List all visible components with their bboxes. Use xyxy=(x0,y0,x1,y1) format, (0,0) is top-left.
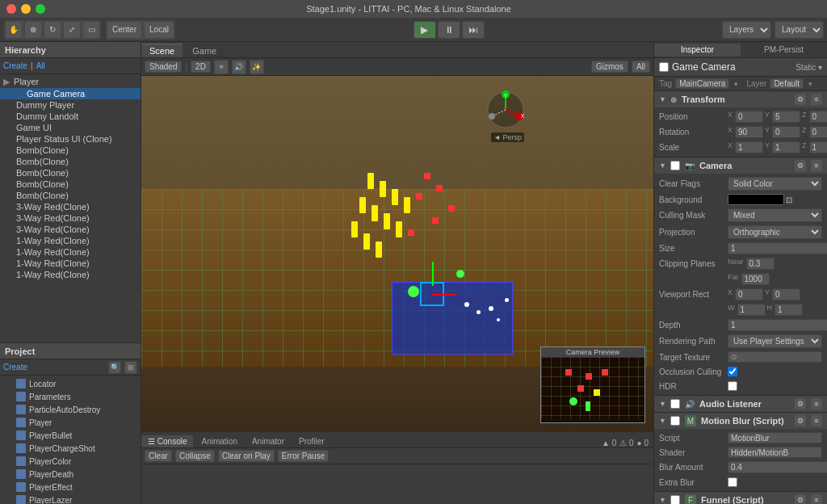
blur-amount-input[interactable] xyxy=(728,461,827,473)
context-menu-icon[interactable]: ≡ xyxy=(811,398,822,410)
2d-button[interactable]: 2D xyxy=(191,61,211,73)
light-toggle[interactable]: ☀ xyxy=(214,60,229,74)
context-menu-icon[interactable]: ≡ xyxy=(811,415,822,426)
tab-animation[interactable]: Animation xyxy=(195,435,243,447)
hierarchy-item-bomb5[interactable]: Bomb(Clone) xyxy=(0,190,141,201)
position-x[interactable] xyxy=(735,111,763,123)
background-color-swatch[interactable] xyxy=(728,194,784,205)
shader-field[interactable]: Hidden/MotionB xyxy=(728,447,822,458)
pause-button[interactable]: ⏸ xyxy=(438,21,460,39)
play-button[interactable]: ▶ xyxy=(414,21,436,39)
project-item-particle[interactable]: ParticleAutoDestroy xyxy=(0,403,141,416)
fx-toggle[interactable]: ✨ xyxy=(250,60,264,74)
position-z[interactable] xyxy=(809,111,827,123)
clear-on-play-button[interactable]: Clear on Play xyxy=(218,450,275,462)
scale-x[interactable] xyxy=(735,141,763,153)
hierarchy-item-1way4[interactable]: 1-Way Red(Clone) xyxy=(0,269,141,280)
maximize-button[interactable] xyxy=(36,4,45,14)
hierarchy-item-player[interactable]: ▶ Player xyxy=(0,76,141,88)
hierarchy-item-bomb3[interactable]: Bomb(Clone) xyxy=(0,167,141,178)
rotation-z[interactable] xyxy=(809,126,827,138)
far-input[interactable] xyxy=(741,273,770,285)
tab-profiler[interactable]: Profiler xyxy=(292,435,331,447)
viewport-w[interactable] xyxy=(737,304,766,316)
context-menu-icon[interactable]: ≡ xyxy=(811,160,822,171)
hand-tool[interactable]: ✋ xyxy=(5,21,23,39)
project-item-locator[interactable]: Locator xyxy=(0,377,141,390)
settings-icon[interactable]: ⚙ xyxy=(795,160,806,171)
clear-button[interactable]: Clear xyxy=(145,450,172,462)
tab-console[interactable]: ☰ Console xyxy=(141,435,193,447)
hierarchy-item-dummy-landolt[interactable]: Dummy Landolt xyxy=(0,111,141,122)
settings-icon[interactable]: ⚙ xyxy=(795,398,806,410)
project-create[interactable]: Create xyxy=(3,363,27,372)
viewport-y[interactable] xyxy=(772,288,800,300)
funnel-header[interactable]: ▼ F Funnel (Script) ⚙ ≡ xyxy=(654,492,827,504)
hierarchy-item-3way1[interactable]: 3-Way Red(Clone) xyxy=(0,201,141,212)
project-item-playerbullet[interactable]: PlayerBullet xyxy=(0,429,141,442)
center-button[interactable]: Center xyxy=(107,21,142,39)
clear-flags-select[interactable]: Solid Color xyxy=(728,177,822,191)
scale-tool[interactable]: ⤢ xyxy=(63,21,81,39)
rotation-y[interactable] xyxy=(772,126,800,138)
project-item-chargeshot[interactable]: PlayerChargeShot xyxy=(0,442,141,455)
target-texture-field[interactable]: ⊙ xyxy=(728,351,822,363)
context-menu-icon[interactable]: ≡ xyxy=(811,494,822,504)
collapse-button[interactable]: Collapse xyxy=(175,450,215,462)
audio-enabled-checkbox[interactable] xyxy=(670,399,680,409)
layer-value[interactable]: Default xyxy=(770,78,804,89)
script-field[interactable]: MotionBlur xyxy=(728,432,822,443)
gizmos-button[interactable]: Gizmos xyxy=(591,61,628,73)
static-badge[interactable]: Static ▾ xyxy=(796,63,822,72)
hierarchy-item-dummy-player[interactable]: Dummy Player xyxy=(0,99,141,111)
hierarchy-item-3way2[interactable]: 3-Way Red(Clone) xyxy=(0,212,141,224)
color-picker-icon[interactable]: ⊡ xyxy=(786,195,796,204)
hdr-checkbox[interactable] xyxy=(728,381,737,391)
camera-header[interactable]: ▼ 📷 Camera ⚙ ≡ xyxy=(654,158,827,174)
hierarchy-item-game-camera[interactable]: Game Camera xyxy=(0,88,141,99)
extra-blur-checkbox[interactable] xyxy=(728,477,737,487)
tag-value[interactable]: MainCamera xyxy=(675,78,729,89)
audio-toggle[interactable]: 🔊 xyxy=(232,60,246,74)
hierarchy-item-bomb1[interactable]: Bomb(Clone) xyxy=(0,145,141,156)
tab-pm-persist[interactable]: PM-Persist xyxy=(741,44,827,56)
local-button[interactable]: Local xyxy=(144,21,174,39)
funnel-enabled-checkbox[interactable] xyxy=(670,495,680,504)
settings-icon[interactable]: ⚙ xyxy=(795,415,806,426)
hierarchy-item-game-ui[interactable]: Game UI xyxy=(0,122,141,133)
hierarchy-item-player-status[interactable]: Player Status UI (Clone) xyxy=(0,133,141,145)
rotation-x[interactable] xyxy=(735,126,763,138)
hierarchy-create[interactable]: Create xyxy=(3,61,27,70)
motion-blur-header[interactable]: ▼ M Motion Blur (Script) ⚙ ≡ xyxy=(654,413,827,429)
close-button[interactable] xyxy=(6,4,16,14)
tab-animator[interactable]: Animator xyxy=(246,435,291,447)
hierarchy-list[interactable]: ▶ Player Game Camera Dummy Player Dummy … xyxy=(0,74,141,342)
motionblur-enabled-checkbox[interactable] xyxy=(670,416,680,426)
size-input[interactable] xyxy=(728,242,827,254)
project-item-player[interactable]: Player xyxy=(0,416,141,429)
settings-icon[interactable]: ⚙ xyxy=(795,94,806,105)
hierarchy-item-1way1[interactable]: 1-Way Red(Clone) xyxy=(0,235,141,246)
culling-mask-select[interactable]: Mixed xyxy=(728,208,822,222)
position-y[interactable] xyxy=(772,111,800,123)
error-pause-button[interactable]: Error Pause xyxy=(278,450,329,462)
tab-inspector[interactable]: Inspector xyxy=(654,44,741,57)
project-item-parameters[interactable]: Parameters xyxy=(0,390,141,403)
scene-viewport[interactable]: Y X ◄ Persp Camera Preview xyxy=(141,76,653,431)
depth-input[interactable] xyxy=(728,319,827,331)
all-button[interactable]: All xyxy=(632,61,650,73)
tab-scene[interactable]: Scene xyxy=(141,44,183,57)
tab-game[interactable]: Game xyxy=(184,44,225,57)
settings-icon[interactable]: ⚙ xyxy=(795,494,806,504)
viewport-x[interactable] xyxy=(735,288,763,300)
project-item-playercolor[interactable]: PlayerColor xyxy=(0,455,141,468)
active-checkbox[interactable] xyxy=(659,62,669,72)
hierarchy-all[interactable]: All xyxy=(36,61,45,70)
move-tool[interactable]: ⊕ xyxy=(24,21,42,39)
hierarchy-item-1way3[interactable]: 1-Way Red(Clone) xyxy=(0,258,141,269)
layers-select[interactable]: Layers xyxy=(722,21,771,39)
hierarchy-item-bomb2[interactable]: Bomb(Clone) xyxy=(0,156,141,167)
project-list[interactable]: Locator Parameters ParticleAutoDestroy P… xyxy=(0,376,141,504)
scale-y[interactable] xyxy=(772,141,800,153)
occlusion-culling-checkbox[interactable] xyxy=(728,367,737,376)
